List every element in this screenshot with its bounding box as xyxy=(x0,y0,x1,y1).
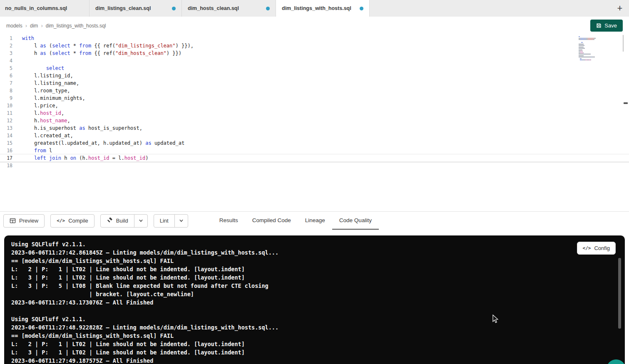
minimap-line xyxy=(579,39,609,40)
line-number: 7 xyxy=(0,79,12,87)
code-line[interactable]: 5 select xyxy=(0,64,629,72)
editor-tab-no-nulls-in-columns-sql[interactable]: no_nulls_in_columns.sql xyxy=(0,0,90,17)
build-button[interactable]: Build xyxy=(100,214,134,228)
build-dropdown-button[interactable] xyxy=(134,214,148,228)
save-button-label: Save xyxy=(604,22,617,29)
code-line[interactable]: 9 l.minimum_nights, xyxy=(0,94,629,102)
file-subheader: models›dim›dim_listings_with_hosts.sql S… xyxy=(0,17,629,35)
editor-scrollbar-thumb[interactable] xyxy=(623,35,624,52)
code-line[interactable]: 11 l.host_id, xyxy=(0,109,629,117)
code-line[interactable]: 13 h.is_superhost as host_is_superhost, xyxy=(0,124,629,132)
minimap-line xyxy=(579,59,609,60)
code-editor[interactable]: 1with2 l as (select * from {{ ref("dim_l… xyxy=(0,35,629,211)
action-toolbar: Preview </> Compile Build Lint xyxy=(0,211,629,230)
code-line[interactable]: 14 l.created_at, xyxy=(0,132,629,139)
line-number: 4 xyxy=(0,57,12,64)
line-number: 8 xyxy=(0,87,12,94)
panel-tab-results[interactable]: Results xyxy=(212,212,245,230)
minimap-line xyxy=(579,54,609,54)
minimap-line xyxy=(579,44,609,45)
editor-tab-dim-listings-with-hosts-sql[interactable]: dim_listings_with_hosts.sql xyxy=(276,0,370,17)
panel-tab-lineage[interactable]: Lineage xyxy=(298,212,332,230)
minimap-line xyxy=(579,51,609,52)
line-number: 5 xyxy=(0,64,12,72)
line-number: 11 xyxy=(0,109,12,117)
minimap-line xyxy=(579,55,609,56)
line-text: h.is_superhost as host_is_superhost, xyxy=(22,124,142,132)
code-line[interactable]: 6 l.listing_id, xyxy=(0,72,629,79)
lint-dropdown-button[interactable] xyxy=(174,214,188,228)
code-line[interactable]: 18 xyxy=(0,162,629,169)
breadcrumb-item: dim_listings_with_hosts.sql xyxy=(46,23,106,29)
code-line[interactable]: 12 h.host_name, xyxy=(0,117,629,124)
line-text: l.room_type, xyxy=(22,87,70,94)
unsaved-dot-icon[interactable] xyxy=(172,7,176,10)
compile-button-label: Compile xyxy=(68,218,88,224)
code-line[interactable]: 7 l.listing_name, xyxy=(0,79,629,87)
line-text: l.created_at, xyxy=(22,132,73,139)
tab-label: dim_listings_clean.sql xyxy=(95,5,151,11)
preview-button[interactable]: Preview xyxy=(3,214,45,228)
breadcrumb-separator: › xyxy=(25,22,27,29)
code-line[interactable]: 16 from l xyxy=(0,147,629,154)
lint-button[interactable]: Lint xyxy=(154,214,175,228)
chevron-down-icon xyxy=(139,218,143,223)
code-line[interactable]: 15 greatest(l.updated_at, h.updated_at) … xyxy=(0,139,629,147)
editor-tab-dim-hosts-clean-sql[interactable]: dim_hosts_clean.sql xyxy=(182,0,276,17)
line-number: 15 xyxy=(0,139,12,147)
line-number: 6 xyxy=(0,72,12,79)
editor-tab-bar: no_nulls_in_columns.sqldim_listings_clea… xyxy=(0,0,629,17)
line-number: 9 xyxy=(0,94,12,102)
editor-tab-dim-listings-clean-sql[interactable]: dim_listings_clean.sql xyxy=(90,0,182,17)
minimap-line xyxy=(579,47,609,47)
line-text: l.minimum_nights, xyxy=(22,94,85,102)
code-lines: 1with2 l as (select * from {{ ref("dim_l… xyxy=(0,35,629,169)
minimap-line xyxy=(579,42,609,43)
code-line[interactable]: 8 l.room_type, xyxy=(0,87,629,94)
save-button[interactable]: Save xyxy=(590,20,623,32)
line-number: 18 xyxy=(0,162,12,169)
code-line[interactable]: 10 l.price, xyxy=(0,102,629,109)
line-number: 12 xyxy=(0,117,12,124)
hammer-icon xyxy=(107,218,113,224)
build-button-label: Build xyxy=(116,218,128,224)
chevron-down-icon xyxy=(179,218,184,223)
line-number: 10 xyxy=(0,102,12,109)
code-line[interactable]: 2 l as (select * from {{ ref("dim_listin… xyxy=(0,42,629,50)
line-text: with xyxy=(22,35,34,42)
breadcrumb-item: dim xyxy=(30,23,38,29)
terminal-scrollbar-thumb[interactable] xyxy=(618,258,621,329)
line-number: 13 xyxy=(0,124,12,132)
tab-label: dim_hosts_clean.sql xyxy=(188,5,239,11)
lint-split-button: Lint xyxy=(154,214,188,228)
breadcrumb: models›dim›dim_listings_with_hosts.sql xyxy=(6,22,106,29)
minimap-line xyxy=(579,48,609,49)
minimap-line xyxy=(579,38,609,39)
save-icon xyxy=(596,23,602,28)
code-line[interactable]: 17 left join h on (h.host_id = l.host_id… xyxy=(0,154,629,162)
panel-tab-code-quality[interactable]: Code Quality xyxy=(332,212,379,230)
new-tab-button[interactable]: + xyxy=(611,0,629,17)
minimap-line xyxy=(579,52,609,53)
line-text: l.price, xyxy=(22,102,58,109)
code-line[interactable]: 3 h as (select * from {{ ref("dim_hosts_… xyxy=(0,50,629,57)
panel-tab-compiled-code[interactable]: Compiled Code xyxy=(245,212,298,230)
line-number: 16 xyxy=(0,147,12,154)
minimap[interactable] xyxy=(579,36,609,62)
panel-tabs: ResultsCompiled CodeLineageCode Quality xyxy=(212,212,379,230)
line-text: l.listing_name, xyxy=(22,79,79,87)
code-icon: </> xyxy=(583,245,591,251)
minimap-line xyxy=(579,50,609,50)
config-button[interactable]: </> Config xyxy=(577,242,616,255)
line-number: 3 xyxy=(0,50,12,57)
code-line[interactable]: 4 xyxy=(0,57,629,64)
config-button-label: Config xyxy=(594,245,610,251)
lint-output-terminal: Using SQLFluff v2.1.1. 2023-06-06T11:27:… xyxy=(4,235,625,364)
code-line[interactable]: 1with xyxy=(0,35,629,42)
unsaved-dot-icon[interactable] xyxy=(266,7,270,10)
unsaved-dot-icon[interactable] xyxy=(360,7,363,10)
minimap-line xyxy=(579,61,609,62)
line-text: l.listing_id, xyxy=(22,72,73,79)
compile-button[interactable]: </> Compile xyxy=(50,214,94,228)
minimap-line xyxy=(579,41,609,42)
